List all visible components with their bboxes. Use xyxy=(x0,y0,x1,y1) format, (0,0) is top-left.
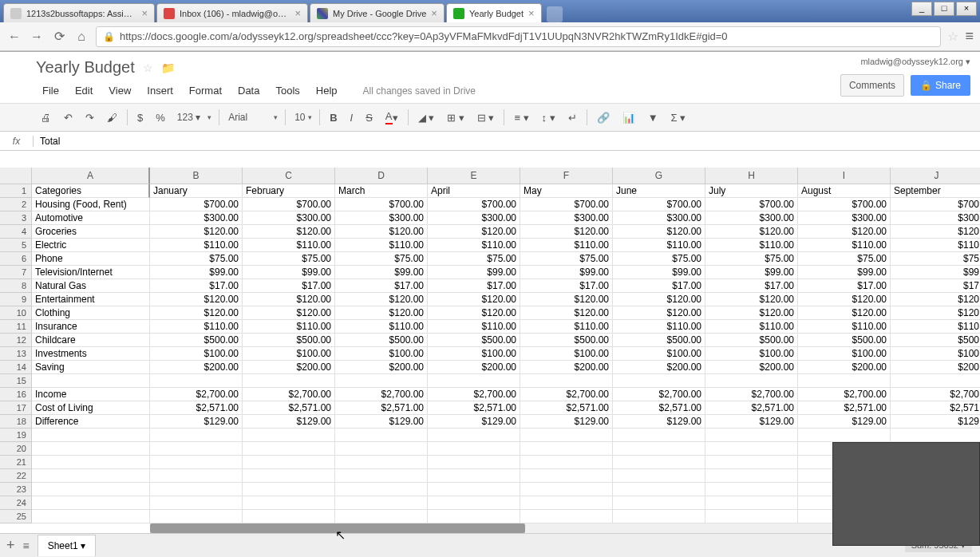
cell[interactable]: $110 xyxy=(891,239,980,252)
cell[interactable]: $129.00 xyxy=(150,415,243,429)
cell[interactable]: $700.00 xyxy=(150,198,243,211)
cell[interactable]: Childcare xyxy=(32,334,150,347)
cell[interactable]: Investments xyxy=(32,347,150,361)
cell[interactable]: Natural Gas xyxy=(32,279,150,293)
cell[interactable] xyxy=(243,456,335,469)
share-button[interactable]: 🔒 Share xyxy=(911,75,970,96)
cell[interactable] xyxy=(150,442,243,456)
cell[interactable]: $120 xyxy=(891,293,980,306)
cell[interactable]: $99.00 xyxy=(150,266,243,279)
cell[interactable] xyxy=(32,374,150,388)
cell[interactable]: Automotive xyxy=(32,211,150,225)
menu-insert[interactable]: Insert xyxy=(140,81,180,100)
cell[interactable]: $100.00 xyxy=(243,347,335,361)
cell[interactable] xyxy=(705,374,798,388)
cell[interactable] xyxy=(798,374,891,388)
cell[interactable]: $110.00 xyxy=(520,239,613,252)
cell[interactable]: $17.00 xyxy=(613,279,705,293)
cell[interactable]: $2,700.00 xyxy=(798,388,891,401)
cell[interactable]: $120.00 xyxy=(243,225,335,239)
column-header[interactable]: H xyxy=(705,168,798,184)
cell[interactable]: $300.00 xyxy=(798,211,891,225)
cell[interactable]: $120.00 xyxy=(150,306,243,320)
close-icon[interactable]: × xyxy=(294,7,301,19)
cell[interactable]: $120.00 xyxy=(520,306,613,320)
cell[interactable]: $200.00 xyxy=(335,361,428,374)
cell[interactable]: Phone xyxy=(32,252,150,266)
cell[interactable]: $200.00 xyxy=(798,361,891,374)
row-header[interactable]: 24 xyxy=(0,496,32,510)
chrome-menu-icon[interactable]: ≡ xyxy=(965,28,974,45)
menu-tools[interactable]: Tools xyxy=(269,81,306,100)
row-header[interactable]: 15 xyxy=(0,374,32,388)
percent-button[interactable]: % xyxy=(151,109,170,127)
cell[interactable] xyxy=(520,456,613,469)
cell[interactable]: $500.00 xyxy=(613,334,705,347)
formula-input[interactable] xyxy=(34,136,980,147)
row-header[interactable]: 6 xyxy=(0,252,32,266)
cell[interactable]: $300.00 xyxy=(335,211,428,225)
row-header[interactable]: 12 xyxy=(0,334,32,347)
folder-icon[interactable]: 📁 xyxy=(161,61,175,74)
cell[interactable]: $120.00 xyxy=(428,306,520,320)
cell[interactable]: June xyxy=(613,184,705,198)
cell[interactable]: $17.00 xyxy=(520,279,613,293)
row-header[interactable]: 2 xyxy=(0,198,32,211)
cell[interactable] xyxy=(705,510,798,523)
cell[interactable]: $2,700.00 xyxy=(613,388,705,401)
window-minimize[interactable]: _ xyxy=(911,2,932,16)
cell[interactable]: $129.00 xyxy=(243,415,335,429)
row-header[interactable]: 18 xyxy=(0,415,32,429)
cell[interactable] xyxy=(150,374,243,388)
column-header[interactable]: C xyxy=(243,168,335,184)
borders-icon[interactable]: ⊞ ▾ xyxy=(442,109,469,127)
new-tab-button[interactable] xyxy=(547,6,563,22)
cell[interactable]: $2,571.00 xyxy=(613,401,705,415)
cell[interactable] xyxy=(428,469,520,483)
close-icon[interactable]: × xyxy=(141,7,148,19)
cell[interactable] xyxy=(32,429,150,442)
menu-edit[interactable]: Edit xyxy=(69,81,99,100)
cell[interactable] xyxy=(613,510,705,523)
paint-format-icon[interactable]: 🖌 xyxy=(102,109,122,127)
cell[interactable]: $75.00 xyxy=(150,252,243,266)
cell[interactable]: Difference xyxy=(32,415,150,429)
cell[interactable] xyxy=(150,469,243,483)
cell[interactable] xyxy=(613,442,705,456)
align-icon[interactable]: ≡ ▾ xyxy=(509,109,533,127)
window-maximize[interactable]: □ xyxy=(934,2,954,16)
cell[interactable]: August xyxy=(798,184,891,198)
functions-icon[interactable]: Σ ▾ xyxy=(666,109,691,127)
cell[interactable]: $120.00 xyxy=(613,306,705,320)
cell[interactable]: $2,571.00 xyxy=(150,401,243,415)
column-header[interactable]: I xyxy=(798,168,891,184)
cell[interactable]: $120.00 xyxy=(705,306,798,320)
cell[interactable]: $100.00 xyxy=(798,347,891,361)
cell[interactable] xyxy=(335,442,428,456)
cell[interactable]: $2,571.00 xyxy=(705,401,798,415)
currency-button[interactable]: $ xyxy=(132,109,148,127)
column-header[interactable]: A xyxy=(32,168,150,184)
cell[interactable] xyxy=(243,496,335,510)
cell[interactable] xyxy=(613,483,705,496)
cell[interactable]: $110.00 xyxy=(335,239,428,252)
cell[interactable]: $110.00 xyxy=(150,239,243,252)
cell[interactable]: $2,700.00 xyxy=(335,388,428,401)
cell[interactable]: $129.00 xyxy=(613,415,705,429)
cell[interactable] xyxy=(150,483,243,496)
cell[interactable]: $120.00 xyxy=(520,225,613,239)
cell[interactable]: $120 xyxy=(891,306,980,320)
cell[interactable] xyxy=(32,469,150,483)
fill-color-icon[interactable]: ◢ ▾ xyxy=(413,109,440,127)
reload-button[interactable]: ⟳ xyxy=(51,29,67,45)
cell[interactable]: $129.00 xyxy=(520,415,613,429)
cell[interactable]: $2,571.00 xyxy=(520,401,613,415)
number-format-dropdown[interactable]: 123 ▾ xyxy=(173,109,214,125)
cell[interactable]: $120 xyxy=(891,225,980,239)
cell[interactable]: $500.00 xyxy=(798,334,891,347)
cell[interactable] xyxy=(243,442,335,456)
cell[interactable]: $110.00 xyxy=(613,320,705,334)
insert-chart-icon[interactable]: 📊 xyxy=(618,109,640,127)
cell[interactable] xyxy=(705,456,798,469)
row-header[interactable]: 1 xyxy=(0,184,32,198)
